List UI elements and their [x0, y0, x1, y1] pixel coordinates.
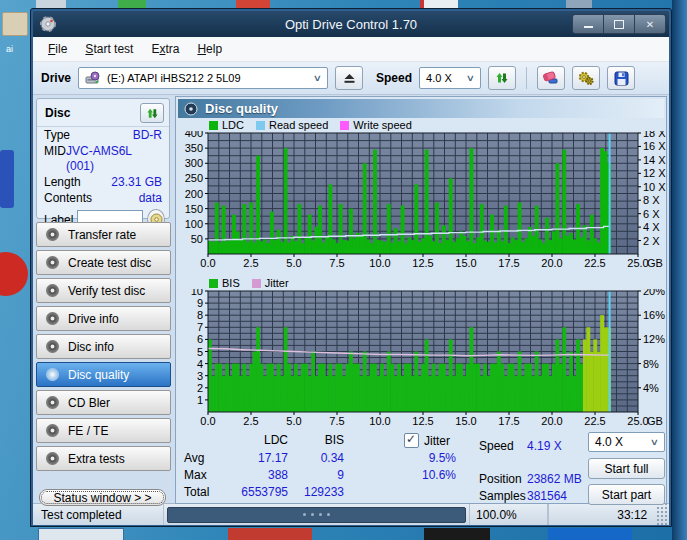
title-bar[interactable]: Opti Drive Control 1.70 ✕: [33, 11, 669, 37]
sidebar-button-transfer-rate[interactable]: Transfer rate: [36, 222, 171, 247]
quality-speed-value: 4.0 X: [595, 435, 623, 449]
sidebar-button-cd-bler[interactable]: CD Bler: [36, 390, 171, 415]
speed-select[interactable]: 4.0 X ∨: [419, 67, 481, 89]
svg-text:22.5: 22.5: [584, 257, 605, 269]
sidebar-button-extra-tests[interactable]: Extra tests: [36, 446, 171, 471]
resize-grip[interactable]: [655, 504, 669, 525]
minimize-button[interactable]: [572, 14, 604, 34]
erase-disc-button[interactable]: [537, 66, 565, 90]
progress-percent: 100.0%: [470, 504, 548, 525]
disc-icon: [46, 312, 59, 325]
write-speed-swatch-icon: [340, 121, 349, 130]
svg-text:15.0: 15.0: [455, 257, 476, 269]
main-area: Disc TypeBD-RMIDJVC-AMS6L (001)Length23.…: [33, 95, 669, 503]
svg-text:100: 100: [185, 218, 203, 230]
svg-text:4 X: 4 X: [643, 221, 660, 233]
app-window: Opti Drive Control 1.70 ✕ FileStart test…: [30, 8, 672, 527]
disc-field-type: TypeBD-R: [37, 127, 169, 143]
disc-field-length: Length23.31 GB: [37, 174, 169, 190]
sidebar-button-disc-quality[interactable]: Disc quality: [36, 362, 171, 387]
eraser-icon: [543, 70, 559, 86]
svg-text:GB: GB: [647, 257, 663, 269]
read-speed-swatch-icon: [256, 121, 265, 130]
refresh-speed-button[interactable]: [488, 66, 516, 90]
legend-write-speed: Write speed: [340, 119, 412, 131]
svg-text:25.0: 25.0: [627, 257, 648, 269]
chevron-down-icon: ∨: [466, 73, 475, 83]
bis-jitter-legend: BISJitter: [209, 277, 289, 289]
info-value-position: 23862 MB: [527, 472, 582, 486]
svg-text:2: 2: [197, 382, 203, 394]
sidebar-button-disc-info[interactable]: Disc info: [36, 334, 171, 359]
start-full-button[interactable]: Start full: [588, 458, 665, 479]
gears-icon: [578, 70, 594, 86]
disc-panel-title: Disc: [45, 106, 70, 120]
chevron-down-icon: ∨: [650, 437, 659, 447]
panel-header: Disc quality: [178, 99, 664, 118]
svg-text:0.0: 0.0: [200, 415, 215, 427]
quality-speed-select[interactable]: 4.0 X ∨: [588, 432, 665, 452]
svg-text:1: 1: [197, 394, 203, 406]
desktop-icon-fragment: [0, 150, 14, 208]
svg-text:300: 300: [185, 157, 203, 169]
svg-text:4%: 4%: [643, 382, 659, 394]
svg-text:2.5: 2.5: [243, 257, 258, 269]
svg-text:10.0: 10.0: [369, 415, 390, 427]
sidebar-button-verify-test-disc[interactable]: Verify test disc: [36, 278, 171, 303]
svg-text:3: 3: [197, 370, 203, 382]
disc-quality-panel: Disc quality LDCRead speedWrite speed 40…: [175, 96, 667, 504]
desktop-icon-fragment: [228, 528, 312, 540]
jitter-checkbox[interactable]: [404, 433, 419, 448]
drive-label: Drive: [41, 71, 71, 85]
disc-quality-icon: [184, 102, 198, 116]
svg-text:350: 350: [185, 142, 203, 154]
save-button[interactable]: [607, 66, 635, 90]
progress-bar: [167, 507, 466, 523]
disc-icon: [46, 396, 59, 409]
sidebar-button-fe-te[interactable]: FE / TE: [36, 418, 171, 443]
svg-text:5: 5: [197, 346, 203, 358]
refresh-icon: [146, 107, 159, 120]
disc-field-mid: MIDJVC-AMS6L (001): [37, 143, 169, 174]
menu-item-start-test[interactable]: Start test: [76, 39, 142, 59]
desktop-icon-fragment: [236, 0, 270, 8]
drive-select-value: (E:) ATAPI iHBS212 2 5L09: [107, 72, 241, 84]
sidebar-button-drive-info[interactable]: Drive info: [36, 306, 171, 331]
svg-text:400: 400: [185, 131, 203, 139]
svg-text:250: 250: [185, 172, 203, 184]
svg-text:17.5: 17.5: [498, 415, 519, 427]
status-bar: Test completed 100.0% 33:12: [33, 503, 669, 525]
desktop-icon-fragment: [36, 0, 66, 8]
svg-text:2.5: 2.5: [243, 415, 258, 427]
menu-item-extra[interactable]: Extra: [142, 39, 188, 59]
refresh-disc-button[interactable]: [140, 103, 164, 123]
menu-item-help[interactable]: Help: [188, 39, 231, 59]
menu-bar: FileStart testExtraHelp: [33, 37, 669, 62]
svg-text:15.0: 15.0: [455, 415, 476, 427]
svg-text:14 X: 14 X: [643, 154, 666, 166]
settings-button[interactable]: [572, 66, 600, 90]
svg-text:7.5: 7.5: [329, 257, 344, 269]
disc-icon: [46, 452, 59, 465]
window-controls: ✕: [573, 14, 666, 34]
svg-text:17.5: 17.5: [498, 257, 519, 269]
desktop-icon-fragment: [118, 0, 146, 8]
drive-select[interactable]: (E:) ATAPI iHBS212 2 5L09 ∨: [78, 67, 328, 89]
svg-text:5.0: 5.0: [286, 257, 301, 269]
svg-text:22.5: 22.5: [584, 415, 605, 427]
disc-icon: [46, 256, 59, 269]
sidebar-button-create-test-disc[interactable]: Create test disc: [36, 250, 171, 275]
eject-button[interactable]: [335, 66, 363, 90]
desktop-edge-band: [672, 0, 687, 540]
svg-text:7.5: 7.5: [329, 415, 344, 427]
svg-text:8 X: 8 X: [643, 194, 660, 206]
menu-item-file[interactable]: File: [39, 39, 76, 59]
maximize-button[interactable]: [603, 14, 635, 34]
svg-text:10: 10: [191, 289, 203, 297]
start-part-button[interactable]: Start part: [588, 484, 665, 505]
svg-text:16%: 16%: [643, 309, 665, 321]
status-window-button[interactable]: Status window > >: [39, 489, 166, 506]
svg-text:6 X: 6 X: [643, 208, 660, 220]
svg-text:12.5: 12.5: [412, 415, 433, 427]
close-button[interactable]: ✕: [634, 14, 666, 34]
